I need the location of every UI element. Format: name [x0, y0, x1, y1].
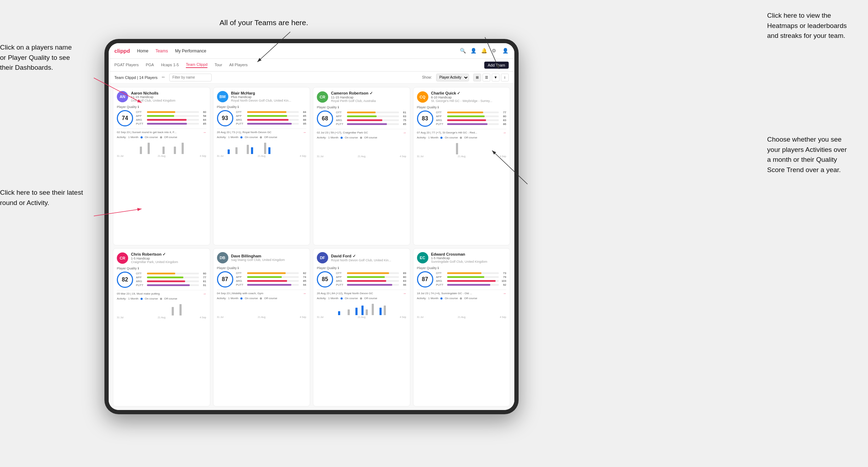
recent-round[interactable]: 26 Aug 23 | 84 (+12), Royal North Devon …: [317, 290, 406, 295]
stat-name: OTT: [436, 111, 446, 114]
on-course-dot: [440, 137, 442, 139]
tab-pga[interactable]: PGA: [146, 63, 154, 68]
chart-bar-empty: [283, 153, 285, 154]
round-arrow: →: [503, 131, 506, 135]
player-name[interactable]: Edward Crossman: [431, 252, 507, 256]
player-name[interactable]: Chris Robertson ✓: [131, 252, 206, 257]
player-card[interactable]: BM Blair McHarg Plus Handicap Royal Nort…: [213, 87, 310, 245]
chart-bar-empty: [138, 315, 139, 315]
player-name[interactable]: Blair McHarg: [231, 91, 307, 95]
avatar-icon[interactable]: 👤: [502, 48, 509, 54]
player-club: Drift Golf Club, United Kingdom: [131, 99, 206, 102]
sort-button[interactable]: ↕: [501, 74, 509, 81]
player-avatar: CQ: [417, 91, 428, 103]
chart-bar-empty: [133, 153, 134, 154]
recent-round[interactable]: 18 Jul 23 | 74 (+4), Sunningdale GC - Ol…: [417, 290, 507, 295]
player-name[interactable]: David Ford ✓: [331, 254, 406, 258]
recent-round[interactable]: 26 Aug 23 | 73 (+1), Royal North Devon G…: [217, 129, 307, 134]
edit-icon[interactable]: ✏: [162, 75, 165, 80]
stat-bar-bg: [347, 276, 399, 278]
quality-circle[interactable]: 74: [117, 110, 133, 126]
quality-circle[interactable]: 82: [117, 272, 133, 288]
tab-team-clippd[interactable]: Team Clippd: [186, 62, 207, 68]
nav-teams[interactable]: Teams: [155, 49, 168, 53]
recent-round[interactable]: 05 Mar 23 | 19, Must make putting →: [117, 290, 206, 296]
chart-dates: 31 Jul 21 Aug 4 Sep: [217, 155, 307, 157]
quality-circle[interactable]: 85: [317, 271, 333, 287]
recent-round[interactable]: 02 Jul 23 | 59 (+17), Craigmillar Park G…: [317, 129, 406, 135]
tab-all-players[interactable]: All Players: [229, 63, 248, 68]
player-name[interactable]: Aaron Nicholls: [131, 91, 206, 95]
recent-round[interactable]: 04 Sep 23 | Mobility with coach, Gym →: [217, 290, 307, 295]
show-select[interactable]: Player Activity: [436, 74, 469, 81]
chart-bar-empty: [368, 154, 370, 154]
stat-row: PUTT 96: [336, 283, 406, 286]
bell-icon[interactable]: 🔔: [481, 48, 487, 54]
player-name[interactable]: Charlie Quick ✓: [431, 91, 507, 96]
player-card[interactable]: CR Cameron Robertson ✓ 11-15 Handicap Ro…: [313, 87, 410, 245]
player-name[interactable]: Cameron Robertson ✓: [331, 91, 406, 96]
chart-bar-empty: [435, 154, 436, 154]
chart-bar-empty: [447, 154, 449, 154]
chart-bar-empty: [331, 314, 332, 315]
quality-circle[interactable]: 93: [217, 110, 233, 126]
add-team-button[interactable]: Add Team: [484, 62, 509, 69]
chart-bar-empty: [347, 154, 348, 154]
search-icon[interactable]: 🔍: [460, 48, 466, 54]
chart-bar-empty: [350, 314, 352, 315]
on-course-dot: [240, 136, 242, 138]
grid-view-button[interactable]: ⊞: [473, 74, 481, 81]
chart-bar-empty: [435, 314, 436, 315]
quality-label: Player Quality ℹ: [417, 106, 507, 109]
player-card[interactable]: CR Chris Robertson ✓ 1-5 Handicap Craigm…: [113, 248, 210, 406]
chart-bar-empty: [452, 154, 454, 154]
tab-tour[interactable]: Tour: [215, 63, 222, 68]
chart-bar-empty: [231, 314, 233, 315]
quality-circle[interactable]: 87: [417, 271, 433, 287]
chart-bar-empty: [322, 314, 324, 315]
chart-bar-empty: [172, 153, 173, 154]
stat-value: 88: [300, 118, 306, 121]
chart-bar-empty: [182, 315, 183, 315]
stat-name: ARG: [236, 279, 246, 283]
tab-pgat[interactable]: PGAT Players: [114, 63, 139, 68]
player-card[interactable]: DF David Ford ✓ Royal North Devon Golf C…: [313, 248, 410, 406]
date-start: 31 Jul: [117, 316, 124, 319]
stat-row: PUTT 94: [236, 283, 307, 286]
filter-view-button[interactable]: ▼: [492, 74, 499, 81]
recent-round[interactable]: 02 Sep 23 | Sunset round to get back int…: [117, 129, 206, 134]
chart-bar-empty: [176, 153, 178, 154]
chart-bar: [235, 147, 238, 154]
date-start: 31 Jul: [117, 155, 124, 157]
off-course-label: Off course: [364, 136, 377, 139]
stat-name: PUTT: [436, 283, 446, 286]
nav-home[interactable]: Home: [137, 49, 148, 53]
nav-my-performance[interactable]: My Performance: [175, 49, 206, 53]
chart-bar-empty: [317, 154, 318, 154]
player-name[interactable]: Dave Billingham: [231, 254, 307, 258]
stat-bar-fill: [147, 273, 175, 274]
recent-round[interactable]: 07 Aug 23 | 77 (+7), St George's Hill GC…: [417, 129, 507, 135]
player-header: BM Blair McHarg Plus Handicap Royal Nort…: [217, 91, 307, 102]
quality-circle[interactable]: 87: [217, 271, 233, 287]
stat-row: APP 77: [136, 276, 206, 279]
stat-row: PUTT 91: [136, 284, 206, 287]
chart-bar-empty: [329, 154, 331, 154]
filter-bar: Team Clippd | 14 Players ✏ Show: Player …: [109, 72, 514, 84]
player-card[interactable]: AN Aaron Nicholls 11-15 Handicap Drift G…: [113, 87, 210, 245]
stat-bar-bg: [347, 115, 399, 117]
chart-bar-empty: [426, 154, 427, 154]
chart-bar-empty: [431, 154, 433, 154]
tab-hcaps[interactable]: Hcaps 1-5: [161, 63, 179, 68]
profile-icon[interactable]: 👤: [470, 48, 477, 54]
search-input[interactable]: [169, 74, 212, 81]
quality-circle[interactable]: 83: [417, 110, 433, 127]
player-card[interactable]: EC Edward Crossman 1-5 Handicap Sunningd…: [413, 248, 510, 406]
quality-circle[interactable]: 68: [317, 110, 333, 127]
chart-bar: [247, 145, 249, 154]
list-view-button[interactable]: ☰: [482, 74, 490, 81]
stats-grid: OTT 89 APP 80 ARG 83 PUTT 9: [336, 272, 406, 287]
settings-icon[interactable]: ⚙: [492, 48, 498, 54]
player-card[interactable]: DB Dave Billingham Sag Maing Golf Club, …: [213, 248, 310, 406]
player-card[interactable]: CQ Charlie Quick ✓ 6-10 Handicap St. Geo…: [413, 87, 510, 245]
